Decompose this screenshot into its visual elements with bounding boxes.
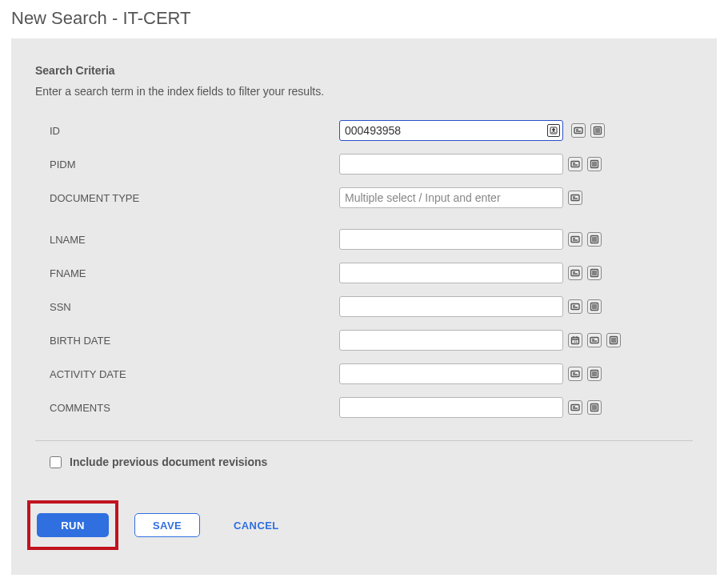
input-document-type[interactable]: [339, 187, 563, 208]
run-button[interactable]: RUN: [37, 513, 109, 537]
list-icon[interactable]: [587, 299, 602, 314]
edit-icon[interactable]: [568, 400, 582, 415]
input-birth-date[interactable]: [339, 330, 563, 351]
list-icon[interactable]: [606, 333, 621, 347]
input-ssn[interactable]: [339, 296, 563, 317]
label-ssn: SSN: [35, 301, 339, 313]
edit-icon[interactable]: [568, 232, 582, 247]
section-title: Search Criteria: [35, 64, 693, 77]
svg-rect-19: [571, 237, 579, 243]
edit-icon[interactable]: [587, 333, 602, 347]
edit-icon[interactable]: [571, 123, 586, 138]
input-activity-date[interactable]: [339, 363, 563, 384]
row-pidm: PIDM: [35, 154, 693, 175]
svg-rect-9: [571, 162, 579, 167]
row-ssn: SSN: [35, 296, 693, 317]
save-button[interactable]: SAVE: [134, 513, 200, 537]
row-document-type: DOCUMENT TYPE: [35, 187, 693, 208]
include-revisions-row: Include previous document revisions: [35, 456, 693, 468]
svg-rect-33: [571, 304, 579, 310]
row-fname: FNAME: [35, 263, 693, 283]
edit-icon[interactable]: [568, 191, 582, 205]
actions-row: RUN SAVE CANCEL: [35, 500, 693, 550]
row-activity-date: ACTIVITY DATE: [35, 363, 693, 384]
row-id: ID: [35, 120, 693, 141]
svg-rect-59: [571, 405, 579, 411]
label-birth-date: BIRTH DATE: [35, 335, 339, 347]
list-icon[interactable]: [590, 123, 605, 138]
edit-icon[interactable]: [568, 367, 582, 381]
section-subtitle: Enter a search term in the index fields …: [35, 85, 693, 98]
contact-card-icon[interactable]: [547, 124, 560, 137]
label-document-type: DOCUMENT TYPE: [35, 192, 339, 204]
list-icon[interactable]: [587, 266, 602, 280]
run-highlight: RUN: [27, 500, 118, 550]
svg-rect-16: [571, 195, 579, 201]
input-lname[interactable]: [339, 229, 563, 250]
list-icon[interactable]: [587, 367, 602, 381]
divider: [35, 440, 693, 441]
edit-icon[interactable]: [568, 299, 582, 314]
list-icon[interactable]: [587, 157, 602, 171]
svg-rect-2: [574, 128, 582, 134]
input-fname[interactable]: [339, 263, 563, 283]
include-revisions-label[interactable]: Include previous document revisions: [70, 456, 267, 468]
svg-rect-26: [571, 271, 579, 276]
edit-icon[interactable]: [568, 157, 582, 171]
svg-rect-45: [590, 338, 598, 343]
label-fname: FNAME: [35, 267, 339, 279]
list-icon[interactable]: [587, 232, 602, 247]
label-comments: COMMENTS: [35, 402, 339, 414]
label-lname: LNAME: [35, 234, 339, 246]
calendar-icon[interactable]: 31: [568, 333, 582, 347]
svg-rect-52: [571, 371, 579, 377]
row-comments: COMMENTS: [35, 397, 693, 418]
input-id[interactable]: [339, 120, 563, 141]
row-lname: LNAME: [35, 229, 693, 250]
row-birth-date: BIRTH DATE 31: [35, 330, 693, 351]
edit-icon[interactable]: [568, 266, 582, 280]
page-title: New Search - IT-CERT: [11, 8, 717, 29]
cancel-button[interactable]: CANCEL: [216, 513, 297, 537]
label-activity-date: ACTIVITY DATE: [35, 368, 339, 380]
input-comments[interactable]: [339, 397, 563, 418]
search-panel: Search Criteria Enter a search term in t…: [11, 38, 717, 575]
svg-point-1: [553, 129, 555, 131]
label-id: ID: [35, 125, 339, 137]
list-icon[interactable]: [587, 400, 602, 415]
include-revisions-checkbox[interactable]: [50, 456, 62, 468]
label-pidm: PIDM: [35, 159, 339, 171]
svg-text:31: 31: [574, 339, 578, 343]
input-pidm[interactable]: [339, 154, 563, 175]
